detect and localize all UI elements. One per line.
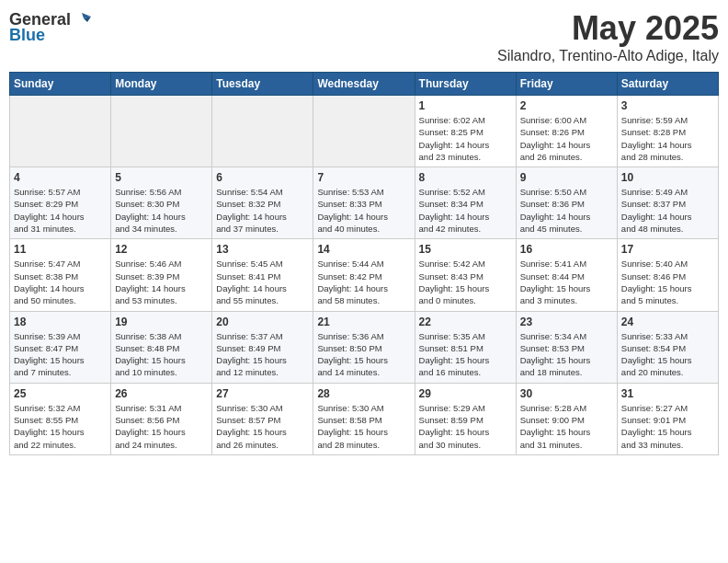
day-of-week-header: Wednesday: [313, 73, 415, 96]
day-of-week-header: Monday: [111, 73, 212, 96]
calendar-header-row: SundayMondayTuesdayWednesdayThursdayFrid…: [10, 73, 719, 96]
day-info: Sunrise: 5:52 AM Sunset: 8:34 PM Dayligh…: [419, 186, 512, 235]
calendar-cell: 3Sunrise: 5:59 AM Sunset: 8:28 PM Daylig…: [617, 96, 718, 167]
day-info: Sunrise: 5:53 AM Sunset: 8:33 PM Dayligh…: [317, 186, 410, 235]
calendar: SundayMondayTuesdayWednesdayThursdayFrid…: [9, 72, 719, 455]
day-number: 18: [14, 316, 107, 328]
day-number: 6: [216, 171, 309, 184]
day-info: Sunrise: 5:50 AM Sunset: 8:36 PM Dayligh…: [520, 186, 613, 235]
day-number: 8: [419, 171, 512, 184]
day-number: 14: [317, 243, 410, 256]
day-number: 17: [621, 243, 714, 256]
calendar-cell: 31Sunrise: 5:27 AM Sunset: 9:01 PM Dayli…: [617, 383, 718, 454]
day-info: Sunrise: 5:44 AM Sunset: 8:42 PM Dayligh…: [317, 258, 410, 306]
month-title: May 2025: [497, 9, 719, 48]
day-number: 12: [115, 243, 208, 256]
day-info: Sunrise: 5:33 AM Sunset: 8:54 PM Dayligh…: [621, 330, 714, 379]
day-info: Sunrise: 5:31 AM Sunset: 8:56 PM Dayligh…: [115, 402, 208, 451]
calendar-cell: 2Sunrise: 6:00 AM Sunset: 8:26 PM Daylig…: [516, 96, 617, 167]
day-of-week-header: Sunday: [10, 73, 111, 96]
day-info: Sunrise: 5:28 AM Sunset: 9:00 PM Dayligh…: [520, 402, 613, 451]
calendar-cell: 7Sunrise: 5:53 AM Sunset: 8:33 PM Daylig…: [313, 167, 415, 239]
logo-blue: Blue: [9, 26, 45, 45]
calendar-cell: [313, 96, 415, 167]
calendar-cell: 27Sunrise: 5:30 AM Sunset: 8:57 PM Dayli…: [212, 383, 313, 454]
day-info: Sunrise: 5:36 AM Sunset: 8:50 PM Dayligh…: [317, 330, 410, 379]
day-number: 19: [115, 316, 208, 328]
day-info: Sunrise: 5:39 AM Sunset: 8:47 PM Dayligh…: [14, 330, 107, 379]
day-number: 16: [520, 243, 613, 256]
calendar-cell: 23Sunrise: 5:34 AM Sunset: 8:53 PM Dayli…: [516, 311, 617, 383]
day-number: 28: [317, 387, 410, 400]
day-number: 1: [419, 99, 512, 112]
day-info: Sunrise: 5:34 AM Sunset: 8:53 PM Dayligh…: [520, 330, 613, 379]
day-of-week-header: Saturday: [617, 73, 718, 96]
day-number: 4: [14, 171, 107, 184]
day-info: Sunrise: 5:41 AM Sunset: 8:44 PM Dayligh…: [520, 258, 613, 306]
calendar-cell: 6Sunrise: 5:54 AM Sunset: 8:32 PM Daylig…: [212, 167, 313, 239]
day-of-week-header: Thursday: [415, 73, 516, 96]
day-number: 9: [520, 171, 613, 184]
calendar-cell: 29Sunrise: 5:29 AM Sunset: 8:59 PM Dayli…: [415, 383, 516, 454]
day-info: Sunrise: 6:02 AM Sunset: 8:25 PM Dayligh…: [419, 114, 512, 163]
calendar-cell: 8Sunrise: 5:52 AM Sunset: 8:34 PM Daylig…: [415, 167, 516, 239]
calendar-cell: 24Sunrise: 5:33 AM Sunset: 8:54 PM Dayli…: [617, 311, 718, 383]
calendar-cell: 30Sunrise: 5:28 AM Sunset: 9:00 PM Dayli…: [516, 383, 617, 454]
day-info: Sunrise: 5:35 AM Sunset: 8:51 PM Dayligh…: [419, 330, 512, 379]
calendar-cell: 17Sunrise: 5:40 AM Sunset: 8:46 PM Dayli…: [617, 239, 718, 311]
day-number: 20: [216, 316, 309, 328]
calendar-cell: 5Sunrise: 5:56 AM Sunset: 8:30 PM Daylig…: [111, 167, 212, 239]
calendar-week-row: 18Sunrise: 5:39 AM Sunset: 8:47 PM Dayli…: [10, 311, 719, 383]
calendar-cell: 15Sunrise: 5:42 AM Sunset: 8:43 PM Dayli…: [415, 239, 516, 311]
day-number: 3: [621, 99, 714, 112]
calendar-cell: 13Sunrise: 5:45 AM Sunset: 8:41 PM Dayli…: [212, 239, 313, 311]
calendar-cell: [212, 96, 313, 167]
calendar-cell: 1Sunrise: 6:02 AM Sunset: 8:25 PM Daylig…: [415, 96, 516, 167]
calendar-cell: 20Sunrise: 5:37 AM Sunset: 8:49 PM Dayli…: [212, 311, 313, 383]
day-info: Sunrise: 5:57 AM Sunset: 8:29 PM Dayligh…: [14, 186, 107, 235]
day-info: Sunrise: 5:49 AM Sunset: 8:37 PM Dayligh…: [621, 186, 714, 235]
calendar-week-row: 1Sunrise: 6:02 AM Sunset: 8:25 PM Daylig…: [10, 96, 719, 167]
day-info: Sunrise: 5:59 AM Sunset: 8:28 PM Dayligh…: [621, 114, 714, 163]
day-number: 22: [419, 316, 512, 328]
day-info: Sunrise: 5:29 AM Sunset: 8:59 PM Dayligh…: [419, 402, 512, 451]
day-number: 5: [115, 171, 208, 184]
day-info: Sunrise: 5:56 AM Sunset: 8:30 PM Dayligh…: [115, 186, 208, 235]
day-info: Sunrise: 5:54 AM Sunset: 8:32 PM Dayligh…: [216, 186, 309, 235]
day-info: Sunrise: 5:27 AM Sunset: 9:01 PM Dayligh…: [621, 402, 714, 451]
day-number: 2: [520, 99, 613, 112]
day-number: 31: [621, 387, 714, 400]
day-of-week-header: Tuesday: [212, 73, 313, 96]
day-info: Sunrise: 5:42 AM Sunset: 8:43 PM Dayligh…: [419, 258, 512, 306]
day-number: 29: [419, 387, 512, 400]
calendar-cell: 26Sunrise: 5:31 AM Sunset: 8:56 PM Dayli…: [111, 383, 212, 454]
calendar-cell: 28Sunrise: 5:30 AM Sunset: 8:58 PM Dayli…: [313, 383, 415, 454]
calendar-cell: 10Sunrise: 5:49 AM Sunset: 8:37 PM Dayli…: [617, 167, 718, 239]
day-number: 24: [621, 316, 714, 328]
day-info: Sunrise: 5:47 AM Sunset: 8:38 PM Dayligh…: [14, 258, 107, 306]
calendar-cell: [111, 96, 212, 167]
day-info: Sunrise: 5:40 AM Sunset: 8:46 PM Dayligh…: [621, 258, 714, 306]
calendar-cell: 22Sunrise: 5:35 AM Sunset: 8:51 PM Dayli…: [415, 311, 516, 383]
day-number: 7: [317, 171, 410, 184]
calendar-cell: 21Sunrise: 5:36 AM Sunset: 8:50 PM Dayli…: [313, 311, 415, 383]
day-info: Sunrise: 5:32 AM Sunset: 8:55 PM Dayligh…: [14, 402, 107, 451]
header: General Blue May 2025 Silandro, Trentino…: [9, 9, 719, 64]
day-number: 27: [216, 387, 309, 400]
day-number: 13: [216, 243, 309, 256]
day-number: 23: [520, 316, 613, 328]
location-title: Silandro, Trentino-Alto Adige, Italy: [497, 48, 719, 64]
day-info: Sunrise: 5:30 AM Sunset: 8:58 PM Dayligh…: [317, 402, 410, 451]
calendar-cell: 18Sunrise: 5:39 AM Sunset: 8:47 PM Dayli…: [10, 311, 111, 383]
logo-bird-icon: [71, 9, 91, 29]
calendar-cell: 11Sunrise: 5:47 AM Sunset: 8:38 PM Dayli…: [10, 239, 111, 311]
calendar-cell: 4Sunrise: 5:57 AM Sunset: 8:29 PM Daylig…: [10, 167, 111, 239]
calendar-week-row: 11Sunrise: 5:47 AM Sunset: 8:38 PM Dayli…: [10, 239, 719, 311]
calendar-week-row: 25Sunrise: 5:32 AM Sunset: 8:55 PM Dayli…: [10, 383, 719, 454]
calendar-cell: 19Sunrise: 5:38 AM Sunset: 8:48 PM Dayli…: [111, 311, 212, 383]
calendar-cell: 9Sunrise: 5:50 AM Sunset: 8:36 PM Daylig…: [516, 167, 617, 239]
day-number: 30: [520, 387, 613, 400]
day-number: 15: [419, 243, 512, 256]
calendar-cell: 12Sunrise: 5:46 AM Sunset: 8:39 PM Dayli…: [111, 239, 212, 311]
logo: General Blue: [9, 9, 91, 45]
